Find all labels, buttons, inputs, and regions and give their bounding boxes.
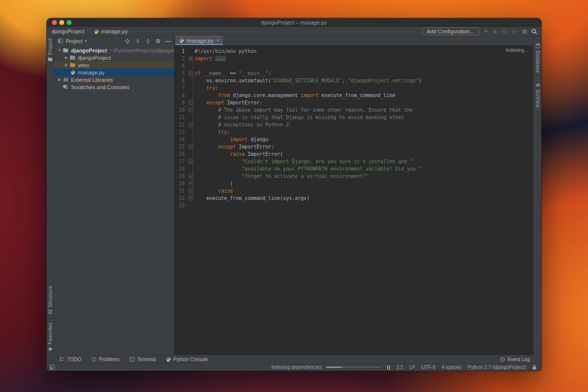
event-log-button[interactable]: Event Log — [500, 357, 530, 362]
package-folder-icon — [70, 55, 75, 60]
tree-item-manage-py[interactable]: manage.py — [54, 69, 174, 76]
sidebar-item-database[interactable]: Database — [535, 43, 540, 73]
coverage-icon[interactable] — [502, 29, 507, 34]
tree-item-label: venv — [78, 62, 89, 68]
sidebar-item-sciview[interactable]: SciView — [535, 82, 540, 108]
tree-item-djangoproject[interactable]: ▼djangoProject~/PycharmProjects/djangoPr… — [54, 47, 174, 54]
code-line-2[interactable]: 2+import ... — [174, 55, 533, 62]
fold-marker-icon[interactable]: − — [187, 70, 195, 77]
status-item[interactable]: 4 spaces — [442, 365, 462, 370]
fold-marker-icon[interactable]: − — [187, 180, 195, 187]
search-icon[interactable] — [531, 28, 538, 35]
line-number: 14 — [174, 136, 187, 143]
code-line-16[interactable]: 16 raise ImportError( — [174, 150, 533, 158]
toolwindow-button-terminal[interactable]: Terminal — [129, 357, 156, 362]
close-button[interactable] — [52, 20, 57, 25]
status-item[interactable]: UTF-8 — [421, 365, 435, 370]
chevron-down-icon[interactable]: ▾ — [516, 29, 518, 34]
restart-icon[interactable] — [511, 29, 516, 34]
code-line-10[interactable]: 10− # The above import may fail for some… — [174, 106, 533, 114]
tree-item-djangoproject[interactable]: ▶djangoProject — [54, 54, 174, 61]
sidebar-item-structure[interactable]: Structure — [48, 286, 53, 315]
toolwindow-button-todo[interactable]: TODO — [59, 357, 81, 362]
lock-icon[interactable] — [532, 365, 537, 370]
expand-all-icon[interactable] — [135, 38, 141, 44]
code-text: ) — [195, 180, 233, 187]
locate-icon[interactable] — [124, 38, 130, 44]
code-line-1[interactable]: 1#!/usr/bin/env python — [174, 48, 533, 55]
tree-item-venv[interactable]: ▶venv — [54, 61, 174, 69]
fold-marker-icon[interactable]: − — [187, 195, 195, 202]
code-line-18[interactable]: 18 "available on your PYTHONPATH environ… — [174, 165, 533, 172]
code-editor[interactable]: Indexing... 1#!/usr/bin/env python2+impo… — [174, 46, 533, 355]
code-line-7[interactable]: 7 try: — [174, 84, 533, 92]
fold-marker-icon[interactable]: − — [187, 172, 195, 180]
status-item[interactable]: 1:1 — [396, 365, 403, 370]
fold-marker-icon[interactable]: − — [187, 121, 195, 128]
code-text: from django.core.management import execu… — [195, 92, 395, 99]
code-line-21[interactable]: 21− raise — [174, 187, 533, 195]
chevron-right-icon[interactable]: ▶ — [57, 77, 62, 82]
breadcrumb-item[interactable]: djangoProject — [51, 28, 84, 34]
navigation-bar: djangoProject〉manage.py Add Configuratio… — [47, 27, 541, 36]
status-item[interactable]: Python 2.7 (djangoProject) — [468, 365, 526, 370]
code-line-11[interactable]: 11 # issue is really that Django is miss… — [174, 114, 533, 121]
collapse-all-icon[interactable] — [145, 38, 151, 44]
code-line-6[interactable]: 6 os.environ.setdefault("DJANGO_SETTINGS… — [174, 77, 533, 84]
code-line-8[interactable]: 8 from django.core.management import exe… — [174, 92, 533, 99]
indexing-progress[interactable]: Indexing dependencies — [271, 365, 381, 370]
minimize-button[interactable] — [59, 20, 64, 25]
code-line-17[interactable]: 17− "Couldn't import Django. Are you sur… — [174, 158, 533, 165]
code-line-5[interactable]: 5−if __name__ == "__main__": — [174, 70, 533, 77]
project-tree: ▼djangoProject~/PycharmProjects/djangoPr… — [54, 46, 174, 91]
progress-bar — [326, 367, 381, 368]
tree-item-external-libraries[interactable]: ▶External Libraries — [54, 76, 174, 83]
add-configuration-button[interactable]: Add Configuration... — [422, 27, 479, 35]
gear-icon[interactable]: ⚙ — [155, 38, 161, 44]
line-number: 19 — [174, 172, 187, 180]
tree-item-scratches-and-consoles[interactable]: Scratches and Consoles — [54, 83, 174, 91]
venv-folder-icon — [70, 62, 75, 68]
chevron-right-icon[interactable]: ▶ — [64, 55, 69, 60]
code-line-20[interactable]: 20− ) — [174, 180, 533, 187]
chevron-down-icon[interactable]: ▾ — [85, 39, 87, 43]
status-item[interactable]: LF — [410, 365, 416, 370]
chevron-down-icon[interactable]: ▼ — [57, 48, 62, 52]
code-text: execute_from_command_line(sys.argv) — [195, 195, 310, 202]
fold-marker-icon[interactable]: − — [187, 106, 195, 114]
hide-icon[interactable]: — — [165, 38, 171, 45]
fold-marker-icon[interactable]: + — [187, 55, 195, 62]
event-log-icon — [500, 357, 505, 362]
chevron-right-icon[interactable]: ▶ — [64, 63, 69, 67]
code-line-15[interactable]: 15− except ImportError: — [174, 143, 533, 150]
code-line-12[interactable]: 12− # exceptions on Python 2. — [174, 121, 533, 128]
code-line-23[interactable]: 23 — [174, 202, 533, 209]
zoom-button[interactable] — [67, 20, 72, 25]
debug-icon[interactable] — [492, 29, 498, 34]
code-line-19[interactable]: 19− "forget to activate a virtual enviro… — [174, 172, 533, 180]
code-line-14[interactable]: 14 import django — [174, 136, 533, 143]
project-panel-title[interactable]: Project — [66, 38, 82, 44]
fold-marker-icon[interactable]: − — [187, 158, 195, 165]
sidebar-item-project[interactable]: Project — [48, 38, 53, 62]
code-line-9[interactable]: 9− except ImportError: — [174, 99, 533, 106]
toolwindow-button-problems[interactable]: Problems — [91, 357, 120, 362]
close-icon[interactable]: × — [217, 38, 220, 43]
fold-marker-icon[interactable]: − — [187, 143, 195, 150]
code-line-22[interactable]: 22− execute_from_command_line(sys.argv) — [174, 195, 533, 202]
fold-marker-icon[interactable]: − — [187, 99, 195, 106]
tab-manage-py[interactable]: manage.py × — [175, 36, 223, 45]
code-text: if __name__ == "__main__": — [195, 70, 271, 77]
pause-icon[interactable] — [387, 366, 390, 369]
tool-window-switcher-icon[interactable] — [49, 365, 55, 370]
code-line-4[interactable]: 4 — [174, 62, 533, 70]
code-line-13[interactable]: 13 try: — [174, 128, 533, 136]
stop-icon[interactable] — [522, 29, 527, 34]
sidebar-item-favorites[interactable]: Favorites — [48, 322, 53, 352]
title-bar[interactable]: djangoProject – manage.py — [47, 18, 541, 27]
fold-marker-icon[interactable]: − — [187, 187, 195, 195]
project-panel: Project ▾ ⚙— ▼djangoProject~/PycharmProj… — [54, 36, 174, 355]
run-icon[interactable] — [484, 29, 489, 34]
breadcrumb-item[interactable]: manage.py — [101, 28, 127, 34]
toolwindow-button-python-console[interactable]: Python Console — [166, 357, 208, 362]
